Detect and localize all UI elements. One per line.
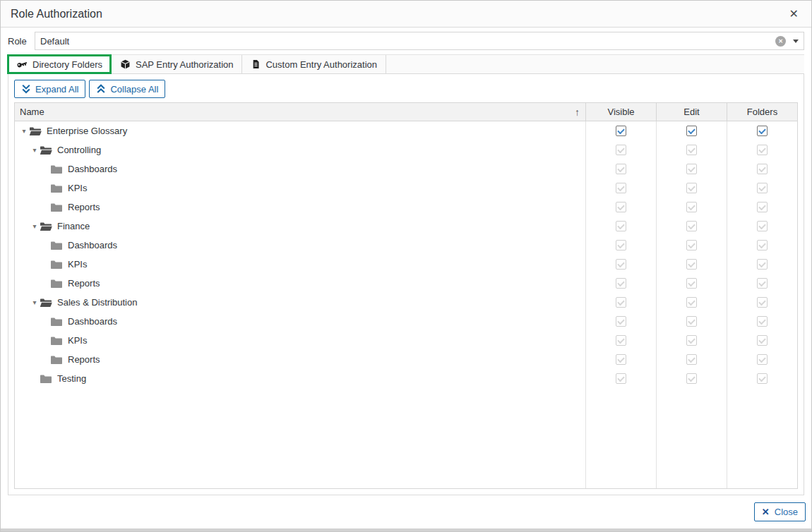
visible-cell — [585, 335, 656, 346]
collapse-all-label: Collapse All — [110, 84, 158, 95]
closed-folder-icon — [50, 202, 63, 212]
expand-caret-icon[interactable]: ▾ — [30, 222, 40, 230]
column-header-name[interactable]: Name ↑ — [15, 103, 585, 121]
tree-node[interactable]: ▾ Finance — [15, 221, 585, 231]
edit-cell — [656, 259, 727, 270]
edit-checkbox — [686, 354, 697, 365]
double-chevron-up-icon — [96, 84, 106, 94]
edit-cell — [656, 183, 727, 193]
tree-node[interactable]: ▾ Dashboards — [15, 240, 585, 250]
dropdown-caret-icon[interactable] — [793, 40, 799, 43]
table-row: ▾ Dashboards — [15, 159, 797, 179]
visible-cell — [585, 183, 656, 193]
visible-cell — [585, 240, 656, 250]
closed-folder-icon — [50, 260, 63, 270]
table-row: ▾ Reports — [15, 198, 797, 217]
document-icon — [251, 59, 261, 70]
edit-checkbox — [686, 183, 697, 193]
folders-checkbox — [757, 145, 768, 155]
clear-value-icon[interactable]: ✕ — [775, 36, 786, 47]
visible-cell — [585, 145, 656, 155]
visible-cell — [585, 316, 656, 327]
tree-node[interactable]: ▾ KPIs — [15, 183, 585, 193]
folders-checkbox — [757, 373, 768, 384]
visible-checkbox — [616, 297, 626, 308]
tree-node[interactable]: ▾ Enterprise Glossary — [15, 126, 585, 136]
tree-node[interactable]: ▾ KPIs — [15, 335, 585, 346]
tree-node[interactable]: ▾ Dashboards — [15, 164, 585, 174]
open-folder-icon — [40, 222, 52, 231]
tree-node[interactable]: ▾ Controlling — [15, 145, 585, 155]
expand-all-button[interactable]: Expand All — [14, 80, 85, 98]
tree-node-label: Dashboards — [68, 240, 117, 250]
folders-checkbox — [757, 354, 768, 365]
folders-checkbox — [757, 297, 768, 308]
column-header-edit: Edit — [656, 103, 727, 121]
visible-cell — [585, 373, 656, 384]
tree-node-label: KPIs — [68, 259, 87, 270]
expand-all-label: Expand All — [35, 84, 78, 95]
folders-cell — [727, 316, 797, 327]
folders-cell — [727, 259, 797, 270]
table-row: ▾ Enterprise Glossary — [15, 121, 797, 140]
edit-cell — [656, 354, 727, 365]
tab-custom-entry-authorization[interactable]: Custom Entry Authorization — [242, 55, 386, 73]
tab-sap-entry-authorization[interactable]: SAP Entry Authorization — [112, 55, 243, 73]
tree-node[interactable]: ▾ Reports — [15, 202, 585, 212]
edit-cell — [656, 278, 727, 289]
dialog-close-icon[interactable]: ✕ — [787, 7, 801, 21]
folders-checkbox — [757, 335, 768, 346]
expand-caret-icon[interactable]: ▾ — [30, 298, 40, 306]
dialog-title: Role Authorization — [11, 8, 102, 20]
tree-node-label: Dashboards — [68, 316, 117, 327]
visible-checkbox — [616, 221, 626, 231]
tree-node[interactable]: ▾ Reports — [15, 278, 585, 289]
visible-cell — [585, 202, 656, 212]
closed-folder-icon — [50, 183, 63, 193]
column-label: Name — [20, 107, 44, 117]
authorization-table: Name ↑ Visible Edit Folders — [14, 102, 798, 489]
column-header-folders: Folders — [727, 103, 797, 121]
folders-cell — [727, 145, 797, 155]
edit-checkbox — [686, 278, 697, 289]
table-row: ▾ KPIs — [15, 179, 797, 198]
table-body: ▾ Enterprise Glossary ▾ Contr — [15, 121, 797, 488]
column-label: Folders — [747, 107, 777, 117]
role-field-label: Role — [8, 36, 29, 47]
tree-node-label: Testing — [57, 373, 86, 384]
edit-checkbox — [686, 316, 697, 327]
folders-checkbox — [757, 164, 768, 174]
tree-node[interactable]: ▾ Sales & Distribution — [15, 297, 585, 308]
visible-checkbox[interactable] — [616, 126, 626, 136]
tree-node[interactable]: ▾ KPIs — [15, 259, 585, 270]
folders-checkbox — [757, 202, 768, 212]
edit-checkbox[interactable] — [686, 126, 697, 136]
closed-folder-icon — [50, 164, 63, 174]
tree-node-label: Finance — [57, 221, 90, 231]
table-row: ▾ Reports — [15, 350, 797, 369]
tree-node[interactable]: ▾ Testing — [15, 373, 585, 384]
role-authorization-dialog: Role Authorization ✕ Role Default ✕ — [0, 0, 812, 532]
tree-node[interactable]: ▾ Dashboards — [15, 316, 585, 327]
folders-cell — [727, 373, 797, 384]
visible-checkbox — [616, 354, 626, 365]
expand-caret-icon[interactable]: ▾ — [30, 146, 40, 154]
folders-cell — [727, 278, 797, 289]
collapse-all-button[interactable]: Collapse All — [89, 80, 165, 98]
edit-checkbox — [686, 297, 697, 308]
expand-caret-icon[interactable]: ▾ — [19, 127, 29, 135]
tree-node-label: Dashboards — [68, 164, 117, 174]
tree-node[interactable]: ▾ Reports — [15, 354, 585, 365]
column-label: Edit — [683, 107, 699, 117]
close-button[interactable]: ✕ Close — [754, 502, 806, 521]
table-row: ▾ Reports — [15, 274, 797, 293]
tree-node-label: Reports — [68, 278, 100, 289]
tab-directory-folders[interactable]: Directory Folders — [8, 55, 112, 73]
edit-checkbox — [686, 221, 697, 231]
tab-strip: Directory Folders SAP Entry Authorizatio… — [8, 54, 804, 74]
role-combobox[interactable]: Default ✕ — [35, 32, 804, 50]
edit-cell — [656, 202, 727, 212]
role-row: Role Default ✕ — [8, 28, 804, 54]
folders-checkbox[interactable] — [757, 126, 768, 136]
table-row: ▾ Controlling — [15, 140, 797, 159]
